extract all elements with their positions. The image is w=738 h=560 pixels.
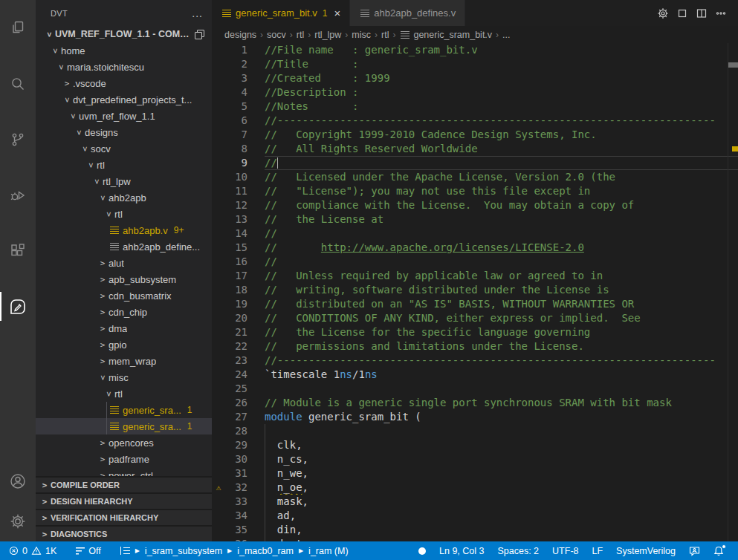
tab-ahb2apb-defines[interactable]: ahb2apb_defines.v bbox=[350, 0, 465, 26]
panel-header-diagnostics[interactable]: > DIAGNOSTICS bbox=[36, 525, 212, 541]
tree-item[interactable]: >padframe bbox=[36, 451, 212, 467]
source-control-icon[interactable] bbox=[0, 111, 36, 167]
tree-item[interactable]: ahb2apb_define... bbox=[36, 238, 212, 255]
language-mode[interactable]: SystemVerilog bbox=[609, 541, 682, 560]
code-line[interactable]: 24`timescale 1ns/1ns bbox=[212, 368, 738, 382]
encoding-status[interactable]: UTF-8 bbox=[546, 541, 585, 560]
code-line[interactable]: 7// Copyright 1999-2010 Cadence Design S… bbox=[212, 128, 738, 142]
breadcrumb-item[interactable]: misc bbox=[352, 30, 371, 40]
code-line[interactable]: 17// Unless required by applicable law o… bbox=[212, 269, 738, 283]
close-icon[interactable]: × bbox=[334, 7, 341, 19]
code-editor[interactable]: 1//File name : generic_sram_bit.v2//Titl… bbox=[212, 43, 738, 541]
scrollbar-thumb[interactable] bbox=[728, 62, 738, 68]
tree-item[interactable]: >dma bbox=[36, 320, 212, 336]
tree-item[interactable]: >uvm_ref_flow_1.1 bbox=[36, 108, 212, 124]
code-line[interactable]: 27module generic_sram_bit ( bbox=[212, 410, 738, 424]
account-icon[interactable] bbox=[0, 461, 36, 501]
code-line[interactable]: 8// All Rights Reserved Worldwide bbox=[212, 142, 738, 156]
tree-item[interactable]: >cdn_chip bbox=[36, 304, 212, 320]
panel-header-design-hierarchy[interactable]: > DESIGN HIERARCHY bbox=[36, 492, 212, 509]
settings-gear-icon[interactable] bbox=[653, 4, 673, 23]
code-line[interactable]: 14// bbox=[212, 227, 738, 241]
breadcrumb-item[interactable]: ... bbox=[502, 30, 510, 40]
panel-header-compile-order[interactable]: > COMPILE ORDER bbox=[36, 476, 212, 492]
code-line[interactable]: 16// bbox=[212, 255, 738, 269]
code-line[interactable]: 36 dout bbox=[212, 537, 738, 541]
breadcrumb-item[interactable]: rtl bbox=[297, 30, 304, 40]
code-line[interactable]: 25 bbox=[212, 382, 738, 396]
square-icon[interactable] bbox=[673, 4, 692, 23]
tree-item[interactable]: >.vscode bbox=[36, 75, 212, 91]
code-line[interactable]: 23//------------------------------------… bbox=[212, 354, 738, 368]
code-line[interactable]: 6//-------------------------------------… bbox=[212, 114, 738, 128]
tree-item[interactable]: >maria.stoichitescu bbox=[36, 59, 212, 75]
extensions-icon[interactable] bbox=[0, 223, 36, 279]
tree-item[interactable]: >designs bbox=[36, 124, 212, 140]
more-actions-icon[interactable]: ... bbox=[192, 7, 203, 19]
code-line[interactable]: 11// "License"); you may not use this fi… bbox=[212, 184, 738, 198]
tree-item[interactable]: >rtl bbox=[36, 157, 212, 173]
tree-item[interactable]: >dvt_predefined_projects_t... bbox=[36, 91, 212, 108]
code-line[interactable]: 18// writing, software distributed under… bbox=[212, 283, 738, 297]
panel-header-verification-hierarchy[interactable]: > VERIFICATION HIERARCHY bbox=[36, 509, 212, 525]
tree-item[interactable]: >rtl bbox=[36, 385, 212, 402]
tree-item[interactable]: generic_sra...1 bbox=[36, 402, 212, 418]
search-icon[interactable] bbox=[0, 56, 36, 111]
breadcrumb-item[interactable]: designs bbox=[224, 30, 256, 40]
status-hierarchy[interactable]: ▶i_sram_subsystem▶i_macb0_ram▶i_ram (M) bbox=[116, 541, 353, 560]
problems-status[interactable]: 0 1K bbox=[4, 541, 61, 560]
tree-item[interactable]: generic_sra...1 bbox=[36, 418, 212, 434]
split-editor-icon[interactable] bbox=[692, 4, 711, 23]
code-line[interactable]: 3//Created : 1999 bbox=[212, 71, 738, 85]
tree-item[interactable]: ahb2apb.v9+ bbox=[36, 222, 212, 238]
code-line[interactable]: 26// Module is a generic single port syn… bbox=[212, 396, 738, 410]
notifications-bell[interactable] bbox=[707, 541, 731, 560]
tree-item[interactable]: >gpio bbox=[36, 336, 212, 353]
settings-gear-icon[interactable] bbox=[0, 501, 36, 541]
indentation-status[interactable]: Spaces: 2 bbox=[491, 541, 546, 560]
code-line[interactable]: 22// permissions and limitations under t… bbox=[212, 339, 738, 354]
breadcrumb-item[interactable]: socv bbox=[267, 30, 286, 40]
breadcrumb-item[interactable]: rtl_lpw bbox=[314, 30, 341, 40]
more-actions-icon[interactable] bbox=[711, 4, 731, 23]
code-line[interactable]: 5//Notes : bbox=[212, 100, 738, 114]
linting-status[interactable]: Off bbox=[71, 541, 105, 560]
code-line[interactable]: 9// bbox=[212, 156, 738, 170]
breadcrumb-item[interactable]: rtl bbox=[381, 30, 389, 40]
tree-item[interactable]: >socv bbox=[36, 140, 212, 157]
code-line[interactable]: 28 bbox=[212, 424, 738, 438]
run-debug-icon[interactable] bbox=[0, 167, 36, 223]
code-line[interactable]: 2//Title : bbox=[212, 57, 738, 71]
tab-generic-sram-bit[interactable]: generic_sram_bit.v 1 × bbox=[212, 0, 350, 26]
code-line[interactable]: 12// compliance with the License. You ma… bbox=[212, 198, 738, 212]
code-line[interactable]: 4//Description : bbox=[212, 85, 738, 100]
tree-item[interactable]: >opencores bbox=[36, 434, 212, 451]
feedback-icon[interactable] bbox=[682, 541, 707, 560]
code-line[interactable]: 13// the License at bbox=[212, 212, 738, 227]
busy-indicator[interactable] bbox=[412, 541, 433, 560]
tree-item[interactable]: >misc bbox=[36, 369, 212, 385]
code-line[interactable]: 19// distributed on an "AS IS" BASIS, WI… bbox=[212, 297, 738, 311]
cursor-position[interactable]: Ln 9, Col 3 bbox=[433, 541, 491, 560]
tree-item[interactable]: >rtl_lpw bbox=[36, 173, 212, 189]
dvt-icon[interactable] bbox=[0, 279, 36, 334]
duplicate-icon[interactable] bbox=[195, 30, 204, 39]
code-line[interactable]: 30 n_cs, bbox=[212, 452, 738, 466]
code-line[interactable]: 34 ad, bbox=[212, 509, 738, 523]
code-line[interactable]: 20// CONDITIONS OF ANY KIND, either expr… bbox=[212, 311, 738, 325]
code-line[interactable]: ⚠32 n_oe, bbox=[212, 481, 738, 495]
tree-item[interactable]: >power_ctrl bbox=[36, 467, 212, 476]
tree-item[interactable]: >rtl bbox=[36, 206, 212, 222]
code-line[interactable]: 29 clk, bbox=[212, 438, 738, 452]
code-line[interactable]: 15// http://www.apache.org/licenses/LICE… bbox=[212, 241, 738, 255]
code-line[interactable]: 35 din, bbox=[212, 523, 738, 537]
scrollbar[interactable] bbox=[728, 43, 738, 541]
breadcrumb-item[interactable]: generic_sram_bit.v bbox=[413, 30, 492, 40]
code-line[interactable]: 1//File name : generic_sram_bit.v bbox=[212, 43, 738, 57]
tree-item[interactable]: >ahb2apb bbox=[36, 189, 212, 206]
tree-item[interactable]: >cdn_busmatrix bbox=[36, 287, 212, 304]
tree-item[interactable]: >home bbox=[36, 42, 212, 59]
tree-item[interactable]: >apb_subsystem bbox=[36, 271, 212, 287]
code-line[interactable]: 21// the License for the specific langua… bbox=[212, 325, 738, 339]
eol-status[interactable]: LF bbox=[586, 541, 610, 560]
